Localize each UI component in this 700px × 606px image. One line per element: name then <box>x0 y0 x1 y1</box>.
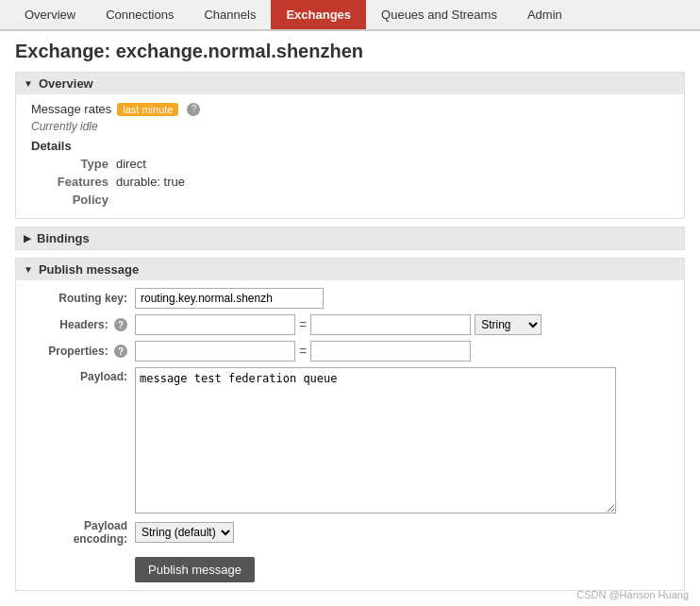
main-content: Exchange: exchange.normal.shenzhen ▼ Ove… <box>0 31 700 606</box>
payload-label: Payload: <box>31 367 135 383</box>
headers-eq: = <box>299 317 307 332</box>
nav-tab-channels[interactable]: Channels <box>189 0 271 29</box>
message-rates-label: Message rates <box>31 102 111 116</box>
nav-tab-exchanges[interactable]: Exchanges <box>271 0 366 29</box>
overview-arrow: ▼ <box>24 78 33 89</box>
headers-help-icon[interactable]: ? <box>114 318 127 331</box>
publish-arrow: ▼ <box>24 264 33 275</box>
publish-message-button[interactable]: Publish message <box>135 557 255 582</box>
payload-row: Payload: <box>31 367 669 513</box>
nav-tab-admin[interactable]: Admin <box>512 0 577 29</box>
features-key: Features <box>41 175 116 189</box>
details-label: Details <box>31 139 669 153</box>
policy-key: Policy <box>41 193 116 207</box>
overview-header[interactable]: ▼ Overview <box>16 73 684 94</box>
title-name: exchange.normal.shenzhen <box>116 41 363 61</box>
last-minute-badge: last minute <box>117 103 178 116</box>
properties-input-key[interactable] <box>135 341 295 362</box>
properties-eq: = <box>299 344 307 359</box>
currently-idle: Currently idle <box>31 120 669 133</box>
publish-body: Routing key: Headers: ? = StringNumberBo… <box>16 280 684 590</box>
routing-key-row: Routing key: <box>31 288 669 309</box>
bindings-header[interactable]: ▶ Bindings <box>16 227 684 249</box>
page-title: Exchange: exchange.normal.shenzhen <box>15 41 685 62</box>
payload-encoding-select[interactable]: String (default)Base64 <box>135 522 234 543</box>
footer-text: CSDN @Hanson Huang <box>576 589 689 600</box>
type-row: Type direct <box>41 157 669 171</box>
type-key: Type <box>41 157 116 171</box>
footer: CSDN @Hanson Huang <box>576 589 689 600</box>
payload-textarea[interactable] <box>135 367 616 513</box>
nav-tab-overview[interactable]: Overview <box>9 0 91 29</box>
details-table: Type direct Features durable: true Polic… <box>41 157 669 207</box>
headers-input-key[interactable] <box>135 314 295 335</box>
headers-row: Headers: ? = StringNumberBoolean <box>31 314 669 335</box>
features-row: Features durable: true <box>41 175 669 189</box>
bindings-section: ▶ Bindings <box>15 227 685 250</box>
overview-body: Message rates last minute ? Currently id… <box>16 94 684 218</box>
publish-section: ▼ Publish message Routing key: Headers: … <box>15 258 685 591</box>
routing-key-input[interactable] <box>135 288 324 309</box>
nav-tab-queues[interactable]: Queues and Streams <box>366 0 512 29</box>
policy-row: Policy <box>41 193 669 207</box>
headers-label: Headers: ? <box>31 318 135 332</box>
nav-tab-connections[interactable]: Connections <box>91 0 189 29</box>
bindings-arrow: ▶ <box>24 233 31 244</box>
headers-type-select[interactable]: StringNumberBoolean <box>475 314 542 335</box>
payload-encoding-row: Payload encoding: String (default)Base64 <box>31 519 669 546</box>
properties-help-icon[interactable]: ? <box>114 345 127 358</box>
publish-header[interactable]: ▼ Publish message <box>16 259 684 280</box>
nav-bar: OverviewConnectionsChannelsExchangesQueu… <box>0 0 700 31</box>
title-prefix: Exchange: <box>15 41 116 61</box>
type-val: direct <box>116 157 146 171</box>
message-rates-help[interactable]: ? <box>187 103 200 116</box>
payload-encoding-label: Payload encoding: <box>31 519 135 546</box>
properties-row: Properties: ? = <box>31 341 669 362</box>
bindings-label: Bindings <box>37 231 90 245</box>
overview-section: ▼ Overview Message rates last minute ? C… <box>15 72 685 219</box>
overview-label: Overview <box>39 76 93 91</box>
headers-input-val[interactable] <box>310 314 471 335</box>
properties-input-val[interactable] <box>310 341 471 362</box>
properties-label: Properties: ? <box>31 345 135 359</box>
features-val: durable: true <box>116 175 185 189</box>
message-rates-row: Message rates last minute ? <box>31 102 669 116</box>
routing-key-label: Routing key: <box>31 292 135 305</box>
publish-label: Publish message <box>39 262 139 277</box>
